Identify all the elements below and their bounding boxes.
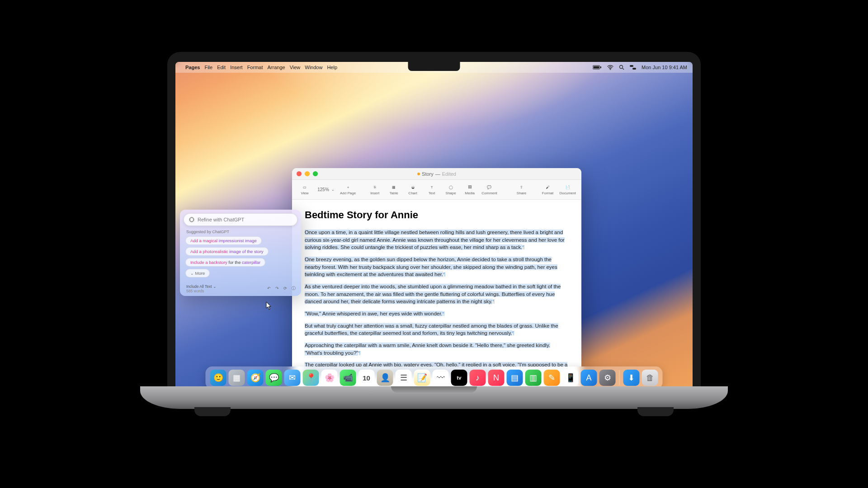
dock: 🙂▦🧭💬✉📍🌸📹10👤☰📝〰tv♪N▤▥✎📱A⚙⬇🗑 xyxy=(206,366,663,389)
dock-maps[interactable]: 📍 xyxy=(303,370,319,386)
toolbar-view[interactable]: ▭View xyxy=(296,184,314,195)
dock-contacts[interactable]: 👤 xyxy=(377,370,393,386)
svg-point-4 xyxy=(620,66,623,69)
menu-window[interactable]: Window xyxy=(305,65,322,70)
document-body[interactable]: Bedtime Story for Annie Once upon a time… xyxy=(292,200,581,394)
toolbar-share[interactable]: ⇪Share xyxy=(513,184,531,195)
document-heading: Bedtime Story for Annie xyxy=(305,208,569,222)
pilcrow-icon: ¶ xyxy=(443,311,445,316)
dock-mail[interactable]: ✉ xyxy=(284,370,301,386)
app-menu[interactable]: Pages xyxy=(185,65,200,70)
svg-line-5 xyxy=(623,68,624,70)
pilcrow-icon: ¶ xyxy=(443,272,445,277)
menu-help[interactable]: Help xyxy=(327,65,337,70)
pilcrow-icon: ¶ xyxy=(522,245,524,250)
undo-icon[interactable]: ↶ xyxy=(267,286,271,291)
menu-insert[interactable]: Insert xyxy=(230,65,243,70)
toolbar: ▭View 125%⌄ ＋Add Page ⎘Insert ▦Table ◒Ch… xyxy=(292,180,581,200)
paragraph-5: But what truly caught her attention was … xyxy=(305,323,558,336)
svg-rect-7 xyxy=(632,68,636,70)
chatgpt-logo-icon xyxy=(189,216,195,223)
suggestion-chip-3[interactable]: Include a backstory for the caterpillar xyxy=(185,258,265,267)
toolbar-add-page[interactable]: ＋Add Page xyxy=(338,184,358,195)
dock-settings[interactable]: ⚙ xyxy=(599,370,616,386)
control-center-icon[interactable] xyxy=(630,65,636,70)
cursor-icon xyxy=(266,301,272,312)
refine-panel: Suggested by ChatGPT Add a magical impre… xyxy=(180,210,301,296)
word-count: 585 words xyxy=(186,289,217,293)
suggestion-chip-2[interactable]: Add a photorealistic image of the story xyxy=(185,247,269,256)
menu-edit[interactable]: Edit xyxy=(217,65,226,70)
dock-finder[interactable]: 🙂 xyxy=(210,370,226,386)
menu-arrange[interactable]: Arrange xyxy=(267,65,285,70)
svg-rect-6 xyxy=(630,65,633,67)
refresh-icon[interactable]: ⟳ xyxy=(283,286,287,291)
svg-rect-1 xyxy=(594,66,599,69)
dock-tv[interactable]: tv xyxy=(451,370,467,386)
dock-launchpad[interactable]: ▦ xyxy=(229,370,245,386)
window-title: Story — Edited xyxy=(417,171,456,177)
dock-reminders[interactable]: ☰ xyxy=(396,370,412,386)
minimize-button[interactable] xyxy=(305,171,310,176)
svg-point-3 xyxy=(610,69,611,70)
toolbar-comment[interactable]: 💬Comment xyxy=(480,184,499,195)
document-proxy-icon[interactable] xyxy=(417,173,420,175)
paragraph-1: Once upon a time, in a quaint little vil… xyxy=(305,230,565,250)
toolbar-text[interactable]: TText xyxy=(423,184,441,195)
suggested-label: Suggested by ChatGPT xyxy=(186,230,297,234)
pages-window: Story — Edited ▭View 125%⌄ ＋Add Page ⎘In… xyxy=(292,168,581,394)
dock-facetime[interactable]: 📹 xyxy=(340,370,356,386)
redo-icon[interactable]: ↷ xyxy=(275,286,279,291)
toolbar-shape[interactable]: ◯Shape xyxy=(442,184,460,195)
toolbar-media[interactable]: 🖼Media xyxy=(461,184,479,195)
paragraph-4: "Wow," Annie whispered in awe, her eyes … xyxy=(305,311,443,316)
dock-news[interactable]: N xyxy=(488,370,505,386)
pilcrow-icon: ¶ xyxy=(492,299,495,304)
pilcrow-icon: ¶ xyxy=(512,331,514,336)
paragraph-6: Approaching the caterpillar with a warm … xyxy=(305,343,550,356)
titlebar[interactable]: Story — Edited xyxy=(292,168,581,180)
dock-trash[interactable]: 🗑 xyxy=(642,370,658,386)
suggestion-chip-1[interactable]: Add a magical impressionist image xyxy=(185,236,262,245)
fullscreen-button[interactable] xyxy=(313,171,318,176)
dock-downloads[interactable]: ⬇ xyxy=(623,370,640,386)
more-chip[interactable]: More xyxy=(185,269,210,277)
paragraph-2: One breezy evening, as the golden sun di… xyxy=(305,257,557,277)
dock-pages[interactable]: ✎ xyxy=(544,370,560,386)
dock-photos[interactable]: 🌸 xyxy=(321,370,338,386)
dock-keynote[interactable]: ▤ xyxy=(507,370,523,386)
dock-appstore[interactable]: A xyxy=(581,370,597,386)
menu-file[interactable]: File xyxy=(204,65,212,70)
toolbar-zoom[interactable]: 125%⌄ xyxy=(315,187,337,192)
clock[interactable]: Mon Jun 10 9:41 AM xyxy=(642,65,687,70)
dock-music[interactable]: ♪ xyxy=(470,370,486,386)
menu-view[interactable]: View xyxy=(290,65,301,70)
toolbar-table[interactable]: ▦Table xyxy=(385,184,403,195)
dock-calendar[interactable]: 10 xyxy=(359,370,375,386)
info-icon[interactable]: ⓘ xyxy=(292,286,296,291)
toolbar-insert[interactable]: ⎘Insert xyxy=(366,184,384,195)
refine-input[interactable] xyxy=(198,217,292,222)
dock-iphone-mirror[interactable]: 📱 xyxy=(562,370,579,386)
svg-rect-2 xyxy=(600,66,601,68)
dock-freeform[interactable]: 〰 xyxy=(433,370,449,386)
toolbar-document[interactable]: 📄Document xyxy=(558,184,578,195)
battery-icon[interactable] xyxy=(593,65,602,70)
close-button[interactable] xyxy=(297,171,302,176)
toolbar-format[interactable]: 🖌Format xyxy=(539,184,557,195)
dock-messages[interactable]: 💬 xyxy=(266,370,282,386)
dock-safari[interactable]: 🧭 xyxy=(247,370,264,386)
wifi-icon[interactable] xyxy=(607,65,613,70)
dock-numbers[interactable]: ▥ xyxy=(525,370,542,386)
toolbar-chart[interactable]: ◒Chart xyxy=(404,184,422,195)
include-all-dropdown[interactable]: Include All Text ⌄ xyxy=(186,284,217,289)
spotlight-icon[interactable] xyxy=(619,65,624,70)
refine-input-field[interactable] xyxy=(184,213,297,226)
menu-format[interactable]: Format xyxy=(247,65,263,70)
dock-notes[interactable]: 📝 xyxy=(414,370,430,386)
paragraph-3: As she ventured deeper into the woods, s… xyxy=(305,284,561,304)
pilcrow-icon: ¶ xyxy=(358,351,360,356)
